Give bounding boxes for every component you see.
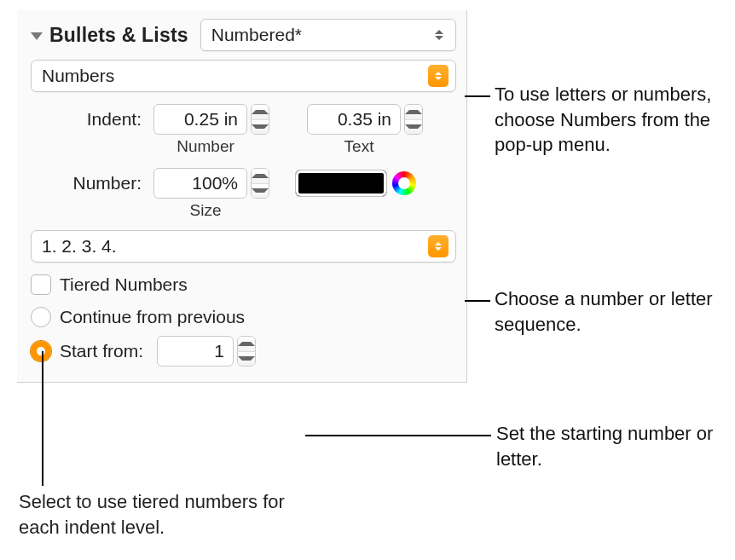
tiered-numbers-row: Tiered Numbers [31, 274, 456, 295]
bullet-type-dropdown[interactable]: Numbers [31, 60, 456, 92]
color-picker-icon[interactable] [392, 171, 416, 195]
indent-number-sublabel: Number [142, 137, 269, 156]
indent-text-stepper[interactable] [404, 104, 423, 135]
number-size-field[interactable]: 100% [153, 168, 247, 199]
leader-line [42, 351, 43, 486]
indent-number-field[interactable]: 0.25 in [153, 104, 247, 135]
stepper-up-icon[interactable] [252, 169, 269, 183]
panel-header: Bullets & Lists Numbered* [31, 19, 456, 51]
chevron-updown-icon [428, 235, 449, 257]
tiered-numbers-checkbox[interactable] [31, 274, 51, 295]
leader-line [465, 95, 490, 97]
continue-label: Continue from previous [60, 307, 245, 327]
section-title: Bullets & Lists [49, 24, 188, 47]
start-from-field[interactable]: 1 [157, 336, 234, 367]
list-style-dropdown[interactable]: Numbered* [200, 19, 456, 51]
tiered-numbers-label: Tiered Numbers [60, 274, 188, 295]
number-color-well[interactable] [295, 170, 387, 197]
callout-tiered: Select to use tiered numbers for each in… [19, 489, 326, 540]
bullet-type-value: Numbers [42, 66, 114, 86]
start-from-radio[interactable] [31, 341, 51, 361]
leader-line [305, 435, 491, 436]
indent-row: Indent: 0.25 in 0.35 in Number Te [31, 104, 456, 156]
callout-sequence: Choose a number or letter sequence. [495, 286, 725, 337]
leader-line [465, 300, 490, 302]
stepper-up-icon[interactable] [405, 105, 422, 119]
bullets-lists-panel: Bullets & Lists Numbered* Numbers Indent… [17, 10, 467, 383]
list-style-value: Numbered* [211, 25, 302, 45]
number-size-stepper[interactable] [251, 168, 269, 199]
callout-type: To use letters or numbers, choose Number… [495, 82, 725, 158]
indent-label: Indent: [31, 109, 142, 130]
start-from-label: Start from: [60, 341, 143, 361]
start-from-row: Start from: 1 [31, 336, 456, 367]
chevron-updown-icon [430, 25, 449, 45]
indent-number-stepper[interactable] [251, 104, 269, 135]
stepper-down-icon[interactable] [238, 351, 255, 367]
stepper-down-icon[interactable] [252, 183, 269, 199]
sequence-value: 1. 2. 3. 4. [42, 236, 117, 257]
continue-radio[interactable] [31, 307, 51, 327]
number-row: Number: 100% Size [31, 168, 456, 220]
indent-text-sublabel: Text [295, 137, 423, 156]
sequence-dropdown[interactable]: 1. 2. 3. 4. [31, 230, 456, 263]
stepper-down-icon[interactable] [252, 119, 269, 135]
callout-start: Set the starting number or letter. [496, 421, 718, 471]
indent-text-field[interactable]: 0.35 in [307, 104, 401, 135]
chevron-updown-icon [428, 65, 449, 87]
continue-from-previous-row: Continue from previous [31, 307, 456, 327]
stepper-up-icon[interactable] [252, 105, 269, 119]
start-from-stepper[interactable] [237, 336, 256, 367]
disclosure-triangle-icon[interactable] [31, 32, 43, 40]
stepper-down-icon[interactable] [405, 119, 422, 135]
number-label: Number: [31, 173, 142, 193]
stepper-up-icon[interactable] [238, 337, 255, 351]
number-size-sublabel: Size [142, 201, 269, 220]
